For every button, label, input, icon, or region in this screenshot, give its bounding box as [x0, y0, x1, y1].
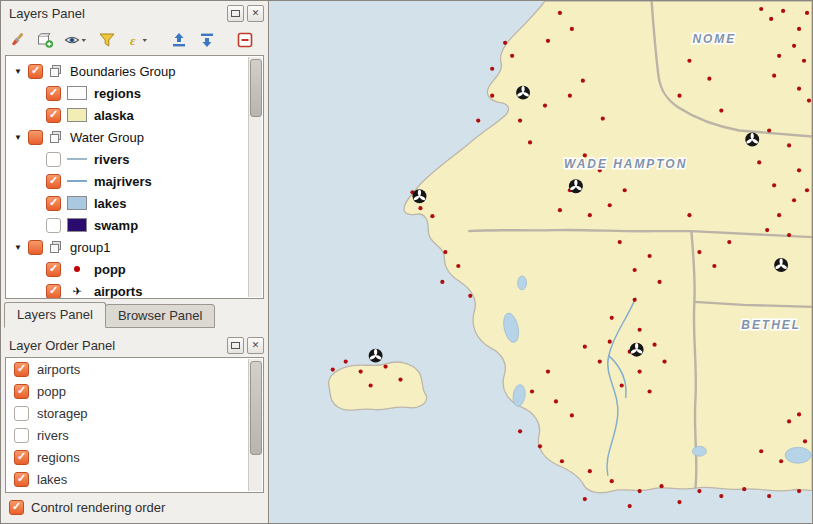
layer-label: swamp — [94, 218, 138, 233]
layer-visibility-checkbox[interactable] — [46, 86, 61, 101]
layer-row[interactable]: swamp — [6, 214, 263, 236]
lake — [692, 446, 706, 456]
layer-visibility-checkbox[interactable] — [46, 108, 61, 123]
group-icon — [49, 64, 63, 78]
layer-visibility-checkbox[interactable] — [14, 472, 29, 487]
population-point — [707, 77, 711, 81]
population-point — [792, 198, 796, 202]
layer-row[interactable]: lakes — [6, 192, 263, 214]
population-point — [727, 240, 731, 244]
layer-visibility-checkbox[interactable] — [14, 362, 29, 377]
population-point — [719, 108, 723, 112]
population-point — [568, 94, 572, 98]
population-point — [518, 429, 522, 433]
population-point — [490, 94, 494, 98]
layer-row[interactable]: alaska — [6, 104, 263, 126]
population-point — [787, 143, 791, 147]
layer-symbol-swatch: ✈ — [67, 284, 87, 298]
layer-row[interactable]: ✈airports — [6, 280, 263, 299]
population-point — [638, 369, 642, 373]
layer-row[interactable]: popp — [6, 258, 263, 280]
layer-order-close-button[interactable]: ✕ — [247, 337, 264, 354]
population-point — [608, 203, 612, 207]
layer-symbol-swatch — [67, 174, 87, 188]
layer-visibility-checkbox[interactable] — [14, 428, 29, 443]
population-point — [787, 419, 791, 423]
expander-icon[interactable]: ▼ — [14, 243, 28, 252]
remove-layer-group-button[interactable] — [233, 28, 257, 52]
layers-panel-undock-button[interactable] — [227, 5, 244, 22]
add-group-button[interactable] — [33, 28, 57, 52]
layer-visibility-checkbox[interactable] — [14, 384, 29, 399]
order-row[interactable]: rivers — [6, 424, 263, 446]
undock-icon — [231, 10, 240, 17]
layer-visibility-checkbox[interactable] — [28, 64, 43, 79]
map-canvas[interactable]: NOMEWADE HAMPTONBETHEL — [269, 1, 812, 523]
layer-visibility-checkbox[interactable] — [28, 240, 43, 255]
population-point — [803, 439, 807, 443]
population-point — [510, 54, 514, 58]
layer-group-row[interactable]: ▼group1 — [6, 236, 263, 258]
layer-tree-scrollbar[interactable] — [248, 57, 262, 297]
order-row[interactable]: popp — [6, 380, 263, 402]
layer-order-panel-title: Layer Order Panel — [9, 338, 224, 353]
layer-visibility-checkbox[interactable] — [46, 262, 61, 277]
population-point — [601, 116, 605, 120]
filter-funnel-icon — [98, 31, 116, 49]
order-row[interactable]: lakes — [6, 468, 263, 490]
population-point — [598, 360, 602, 364]
open-layer-styling-button[interactable] — [5, 28, 29, 52]
layer-visibility-checkbox[interactable] — [46, 152, 61, 167]
population-point — [777, 54, 781, 58]
layer-label: rivers — [94, 152, 129, 167]
layer-visibility-checkbox[interactable] — [46, 174, 61, 189]
layer-row[interactable]: majrivers — [6, 170, 263, 192]
population-point — [633, 298, 637, 302]
control-rendering-order-checkbox[interactable] — [9, 500, 24, 515]
filter-legend-button[interactable] — [95, 28, 119, 52]
expression-epsilon-icon: ε — [126, 31, 150, 49]
layer-group-row[interactable]: ▼Boundaries Group — [6, 60, 263, 82]
tab-browser-panel[interactable]: Browser Panel — [105, 304, 216, 328]
expand-all-icon — [170, 31, 188, 49]
layer-visibility-checkbox[interactable] — [14, 450, 29, 465]
layer-visibility-checkbox[interactable] — [46, 218, 61, 233]
order-row[interactable]: airports — [6, 358, 263, 380]
layer-order-scrollbar[interactable] — [248, 359, 262, 491]
control-rendering-order[interactable]: Control rendering order — [1, 495, 268, 519]
expander-icon[interactable]: ▼ — [14, 67, 28, 76]
layer-order-undock-button[interactable] — [227, 337, 244, 354]
layers-panel-header: Layers Panel ✕ — [1, 1, 268, 25]
layer-visibility-checkbox[interactable] — [28, 130, 43, 145]
manage-layer-visibility-button[interactable] — [61, 28, 91, 52]
layer-visibility-checkbox[interactable] — [46, 284, 61, 299]
paintbrush-icon — [8, 31, 26, 49]
collapse-all-button[interactable] — [195, 28, 219, 52]
population-point — [528, 140, 532, 144]
order-row[interactable]: regions — [6, 446, 263, 468]
tab-layers-panel[interactable]: Layers Panel — [4, 302, 106, 328]
scrollbar-thumb[interactable] — [250, 361, 262, 455]
scrollbar-thumb[interactable] — [250, 59, 262, 117]
population-point — [610, 316, 614, 320]
layer-row[interactable]: regions — [6, 82, 263, 104]
layer-label: Water Group — [70, 130, 144, 145]
population-point — [546, 39, 550, 43]
layer-visibility-checkbox[interactable] — [14, 406, 29, 421]
layer-symbol-swatch — [67, 196, 87, 210]
layers-panel-close-button[interactable]: ✕ — [247, 5, 264, 22]
expander-icon[interactable]: ▼ — [14, 133, 28, 142]
population-point — [570, 27, 574, 31]
filter-by-expression-button[interactable]: ε — [123, 28, 153, 52]
order-row[interactable]: storagep — [6, 402, 263, 424]
left-dock: Layers Panel ✕ ε — [1, 1, 269, 523]
layer-row[interactable]: rivers — [6, 148, 263, 170]
layer-label: popp — [94, 262, 126, 277]
expand-all-button[interactable] — [167, 28, 191, 52]
population-point — [759, 7, 763, 11]
layer-visibility-checkbox[interactable] — [46, 196, 61, 211]
population-point — [618, 240, 622, 244]
layer-group-row[interactable]: ▼Water Group — [6, 126, 263, 148]
population-point — [440, 280, 444, 284]
remove-layer-icon — [236, 31, 254, 49]
